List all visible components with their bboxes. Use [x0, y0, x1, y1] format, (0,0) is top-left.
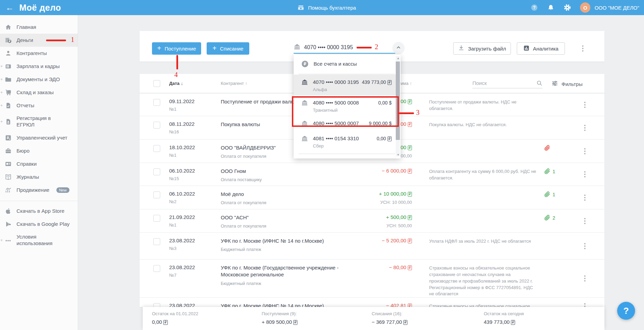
- row-kebab-menu[interactable]: [583, 274, 587, 283]
- filters-button[interactable]: Фильтры: [552, 80, 582, 88]
- bell-icon[interactable]: [547, 4, 555, 11]
- sidebar-item-counterparties[interactable]: Контрагенты: [0, 47, 78, 60]
- table-row[interactable]: 23.08.2022 УФК по г. Москве (ИФНС № 14 п…: [140, 297, 604, 307]
- expense-button[interactable]: + Списание: [207, 42, 249, 55]
- bank-icon: [301, 99, 308, 108]
- account-balance: 9 000,00 $: [369, 121, 392, 126]
- sidebar-item-salary[interactable]: + Зарплата и кадры: [0, 60, 78, 73]
- row-checkbox[interactable]: [153, 191, 160, 198]
- table-row[interactable]: 06.10.2022№15 ООО ГномОплата поставщику …: [140, 163, 604, 186]
- attachment-count: 1: [553, 169, 555, 174]
- new-badge: New: [56, 187, 69, 193]
- row-checkbox[interactable]: [153, 238, 160, 245]
- scroll-down-icon[interactable]: ▼: [397, 153, 400, 156]
- expand-plus-icon[interactable]: +: [0, 90, 3, 95]
- row-description: Оплата контрагенту на сумму 6 000,00 руб…: [412, 163, 539, 182]
- row-kebab-menu[interactable]: [583, 170, 587, 179]
- row-description: Поступление от продажи валюты. НДС не об…: [412, 94, 539, 112]
- sidebar-item-journals[interactable]: Журналы: [0, 170, 78, 184]
- amount: + 10 000,00₽: [351, 191, 412, 197]
- paperclip-icon-red[interactable]: [544, 145, 550, 152]
- row-checkbox[interactable]: [153, 168, 160, 175]
- paperclip-icon-green[interactable]: [544, 215, 550, 222]
- upload-file-button[interactable]: Загрузить файл: [453, 42, 511, 55]
- summary-bar: Остаток на 01.01.2022 0,00₽ Поступления …: [143, 307, 604, 330]
- help-icon[interactable]: ?: [531, 4, 538, 11]
- sidebar-item-certificates[interactable]: Справки: [0, 157, 78, 170]
- search-icon[interactable]: [536, 80, 543, 88]
- table-row[interactable]: 21.09.2022№1 ООО "АСН"Оплата от покупате…: [140, 209, 604, 232]
- app-root: ← Моё дело Помощь бухгалтера ? O ООО "МО…: [0, 0, 644, 330]
- row-checkbox[interactable]: [153, 215, 160, 222]
- sidebar-item-google-play[interactable]: Скачать в Google Play: [0, 218, 78, 231]
- row-checkbox[interactable]: [153, 99, 160, 106]
- dropdown-item-account[interactable]: 4070 •••• 0000 3195 439 773,00₽ Альфа: [294, 75, 396, 95]
- row-checkbox[interactable]: [153, 303, 160, 307]
- row-kebab-menu[interactable]: [583, 217, 587, 226]
- table-row[interactable]: 23.08.2022№3 УФК по г. Москве (ИФНС № 14…: [140, 232, 604, 259]
- user-menu[interactable]: O ООО "МОЕ ДЕЛО": [580, 2, 639, 13]
- row-checkbox[interactable]: [153, 122, 160, 129]
- income-button[interactable]: + Поступление: [152, 42, 201, 55]
- sidebar-item-home[interactable]: Главная: [0, 21, 78, 34]
- sidebar-item-terms[interactable]: + ••• Условия использования: [0, 231, 78, 250]
- account-selector[interactable]: 4070 •••• 0000 3195: [294, 43, 353, 52]
- accountant-help-label: Помощь бухгалтера: [308, 5, 356, 11]
- expand-plus-icon[interactable]: +: [0, 103, 3, 108]
- amount: − 80,00₽: [351, 264, 412, 270]
- ruble-circle-icon: ₽: [301, 60, 309, 69]
- sidebar-item-bureau[interactable]: Бюро: [0, 144, 78, 157]
- ruble-icon: ₽: [408, 145, 412, 150]
- search-input[interactable]: [472, 79, 536, 88]
- dropdown-item-account[interactable]: 4080 •••• 5000 0007 9 000,00 $: [294, 116, 396, 131]
- analytics-button[interactable]: Аналитика: [517, 42, 565, 55]
- column-header-date[interactable]: Дата ↓: [169, 81, 221, 86]
- row-checkbox[interactable]: [153, 265, 160, 272]
- sidebar-item-reports[interactable]: + Отчеты: [0, 99, 78, 112]
- row-kebab-menu[interactable]: [583, 302, 587, 307]
- row-kebab-menu[interactable]: [583, 242, 587, 251]
- row-checkbox[interactable]: [153, 145, 160, 152]
- sidebar-item-management-accounting[interactable]: ₽ Управленческий учет: [0, 131, 78, 144]
- dropdown-item-account[interactable]: 4080 •••• 5000 0008 0,00 $ Транзитный: [294, 95, 396, 116]
- table-row[interactable]: 06.10.2022№2 Моё делоОплата от покупател…: [140, 186, 604, 209]
- sidebar-item-warehouse[interactable]: + Склад и заказы: [0, 86, 78, 99]
- help-fab-button[interactable]: ?: [617, 302, 635, 320]
- table-row[interactable]: 23.08.2022№7 УФК по г. Москве (Государст…: [140, 259, 604, 297]
- ruble-icon: ₽: [408, 215, 412, 220]
- ruble-icon: ₽: [408, 99, 412, 104]
- expand-plus-icon[interactable]: +: [0, 77, 3, 82]
- row-kebab-menu[interactable]: [583, 123, 587, 132]
- sidebar-item-money[interactable]: ₽ Деньги: [0, 34, 78, 47]
- sidebar-item-egrul-registration[interactable]: + Регистрация в ЕГРЮЛ: [0, 112, 78, 131]
- expand-plus-icon[interactable]: +: [0, 119, 3, 124]
- dropdown-item-all-accounts[interactable]: ₽ Все счета и кассы: [294, 55, 401, 74]
- company-name: ООО "МОЕ ДЕЛО": [594, 5, 639, 11]
- topbar-left: ← Моё дело: [0, 3, 61, 13]
- row-kebab-menu[interactable]: [583, 147, 587, 156]
- row-kebab-menu[interactable]: [583, 193, 587, 202]
- expand-plus-icon[interactable]: +: [0, 238, 3, 243]
- select-all-checkbox[interactable]: [153, 80, 160, 87]
- amount: + 500,00₽: [351, 214, 412, 220]
- toolbar-kebab-menu[interactable]: [581, 44, 585, 53]
- dropdown-scrollbar-thumb[interactable]: [396, 62, 400, 140]
- expand-plus-icon[interactable]: +: [0, 64, 3, 69]
- sidebar-item-promotion[interactable]: Продвижение New: [0, 184, 78, 197]
- accountant-help-link[interactable]: Помощь бухгалтера: [297, 0, 356, 15]
- sidebar-item-documents[interactable]: + Документы и ЭДО: [0, 73, 78, 86]
- ellipsis-icon: •••: [5, 237, 12, 244]
- collapse-dropdown-button[interactable]: [392, 42, 405, 54]
- cart-icon: [5, 89, 12, 96]
- paperclip-icon-green[interactable]: [544, 168, 550, 176]
- back-arrow-icon[interactable]: ←: [6, 3, 14, 12]
- row-kebab-menu[interactable]: [583, 100, 587, 109]
- ruble-icon: ₽: [408, 122, 412, 127]
- paperclip-icon-green[interactable]: [544, 191, 550, 199]
- scroll-up-icon[interactable]: ▲: [397, 57, 400, 60]
- app-logo[interactable]: Моё дело: [19, 3, 61, 13]
- bank-icon: [294, 43, 301, 52]
- gear-icon[interactable]: [564, 4, 571, 11]
- sidebar-item-app-store[interactable]: Скачать в App Store: [0, 205, 78, 218]
- dropdown-item-account[interactable]: 4081 •••• 0154 3310 0,00₽ Сбер: [294, 131, 396, 152]
